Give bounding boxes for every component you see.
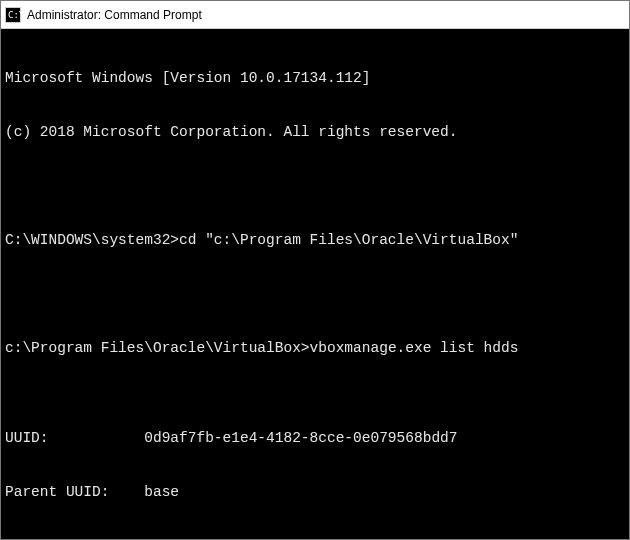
- prompt-line-1: C:\WINDOWS\system32>cd "c:\Program Files…: [5, 231, 625, 249]
- uuid-value: 0d9af7fb-e1e4-4182-8cce-0e079568bdd7: [144, 430, 457, 446]
- prompt-line-2: c:\Program Files\Oracle\VirtualBox>vboxm…: [5, 339, 625, 357]
- titlebar[interactable]: C:\ Administrator: Command Prompt: [1, 1, 629, 29]
- svg-text:C:\: C:\: [8, 10, 21, 20]
- prompt-path-2: c:\Program Files\Oracle\VirtualBox>: [5, 340, 310, 356]
- state-value: created: [144, 538, 205, 539]
- parent-uuid-value: base: [144, 484, 179, 500]
- hdd-state-row: State: created: [5, 537, 625, 539]
- blank-line: [5, 285, 625, 303]
- banner-line-1: Microsoft Windows [Version 10.0.17134.11…: [5, 69, 625, 87]
- state-label: State:: [5, 537, 144, 539]
- terminal-output[interactable]: Microsoft Windows [Version 10.0.17134.11…: [1, 29, 629, 539]
- cmd-icon: C:\: [5, 7, 21, 23]
- blank-line: [5, 177, 625, 195]
- hdd-parent-row: Parent UUID: base: [5, 483, 625, 501]
- hdd-uuid-row: UUID: 0d9af7fb-e1e4-4182-8cce-0e079568bd…: [5, 429, 625, 447]
- parent-uuid-label: Parent UUID:: [5, 483, 144, 501]
- window-title: Administrator: Command Prompt: [27, 8, 202, 22]
- command-prompt-window: C:\ Administrator: Command Prompt Micros…: [0, 0, 630, 540]
- command-2: vboxmanage.exe list hdds: [310, 340, 519, 356]
- prompt-path-1: C:\WINDOWS\system32>: [5, 232, 179, 248]
- banner-line-2: (c) 2018 Microsoft Corporation. All righ…: [5, 123, 625, 141]
- uuid-label: UUID:: [5, 429, 144, 447]
- command-1: cd "c:\Program Files\Oracle\VirtualBox": [179, 232, 518, 248]
